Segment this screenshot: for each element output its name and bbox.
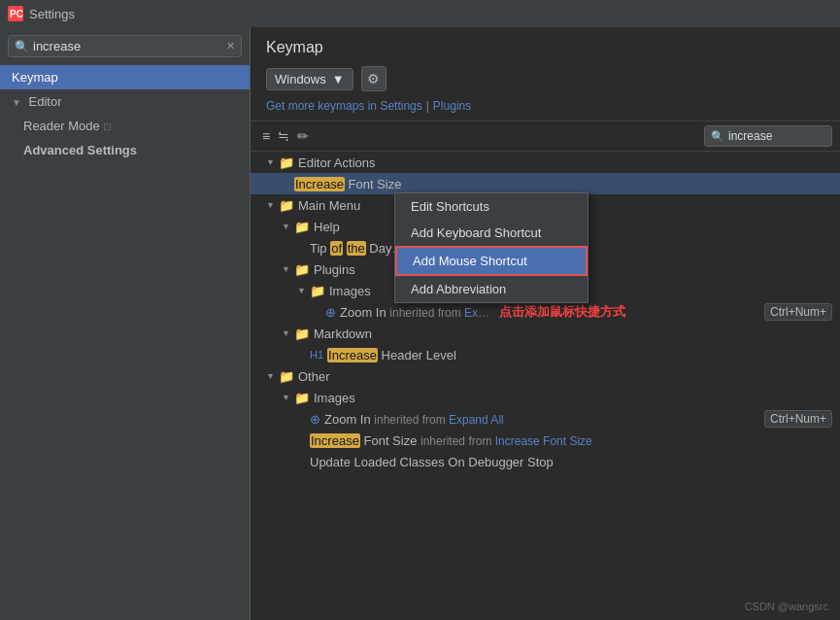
folder-icon-images2: 📁 bbox=[294, 391, 310, 405]
folder-icon-help: 📁 bbox=[294, 220, 310, 234]
window-title: Settings bbox=[29, 7, 75, 21]
tree-arrow-images1: ▼ bbox=[297, 286, 307, 295]
tree-row-update-loaded[interactable]: Update Loaded Classes On Debugger Stop bbox=[251, 451, 840, 472]
h1-label: H1 bbox=[310, 349, 323, 361]
keymap-links-row: Get more keymaps in Settings | Plugins bbox=[266, 99, 824, 113]
chevron-down-icon: ▼ bbox=[12, 97, 21, 108]
folder-icon: 📁 bbox=[279, 155, 294, 170]
tree-label-zoom-in2: Zoom In inherited from Expand All bbox=[324, 412, 504, 427]
keymap-value: Windows bbox=[275, 72, 326, 86]
sidebar-item-reader-mode-label: Reader Mode bbox=[23, 119, 100, 133]
edit-icon-btn[interactable]: ✏ bbox=[293, 126, 313, 146]
tree-label-zoom-in1: Zoom In inherited from Ex… bbox=[340, 305, 489, 320]
sidebar-item-advanced-settings[interactable]: Advanced Settings bbox=[0, 138, 250, 162]
tree-row-h1-increase[interactable]: H1 Increase Header Level bbox=[251, 344, 840, 365]
tree-search-input[interactable] bbox=[728, 129, 825, 143]
tree-row-markdown[interactable]: ▼ 📁 Markdown bbox=[251, 323, 840, 344]
tree-arrow-plugins: ▼ bbox=[282, 264, 291, 274]
dropdown-arrow-icon: ▼ bbox=[332, 72, 345, 86]
tree-arrow-editor-actions: ▼ bbox=[266, 157, 276, 167]
tree-label-update-loaded: Update Loaded Classes On Debugger Stop bbox=[310, 455, 554, 469]
tree-label-plugins: Plugins bbox=[314, 262, 355, 277]
filter-icon-btn[interactable]: ≡ bbox=[258, 126, 274, 146]
tree-label-markdown: Markdown bbox=[314, 327, 372, 341]
zoom-in1-prefix-icon: ⊕ bbox=[325, 305, 336, 320]
tree-arrow-markdown: ▼ bbox=[282, 328, 291, 338]
zoom-in2-prefix-icon: ⊕ bbox=[310, 412, 320, 427]
content-header: Keymap Windows ▼ ⚙ Get more keymaps in S… bbox=[251, 27, 840, 121]
keymap-toolbar: Windows ▼ ⚙ bbox=[266, 66, 824, 91]
svg-text:PC: PC bbox=[10, 9, 23, 19]
page-title: Keymap bbox=[266, 39, 824, 56]
context-menu-item-add-keyboard-shortcut[interactable]: Add Keyboard Shortcut bbox=[395, 220, 588, 246]
folder-icon-images1: 📁 bbox=[310, 284, 325, 298]
tree-row-zoom-in1[interactable]: ⊕ Zoom In inherited from Ex… 点击添加鼠标快捷方式 … bbox=[251, 301, 840, 323]
gear-button[interactable]: ⚙ bbox=[361, 66, 386, 91]
tree-label-other: Other bbox=[298, 369, 330, 384]
content-area: Keymap Windows ▼ ⚙ Get more keymaps in S… bbox=[251, 27, 840, 620]
tree-label-tip-of-the: Tip of the Day… bbox=[310, 241, 404, 256]
folder-icon-main-menu: 📁 bbox=[279, 198, 294, 213]
get-more-keymaps-link[interactable]: Get more keymaps in Settings bbox=[266, 99, 422, 113]
tree-label-h1-increase: Increase Header Level bbox=[327, 348, 456, 362]
tree-row-zoom-in2[interactable]: ⊕ Zoom In inherited from Expand All Ctrl… bbox=[251, 408, 840, 430]
sidebar-search-input[interactable] bbox=[33, 39, 226, 53]
reader-mode-icon: ⊡ bbox=[103, 121, 112, 132]
tree-arrow-main-menu: ▼ bbox=[266, 200, 276, 210]
context-menu-item-edit-shortcuts[interactable]: Edit Shortcuts bbox=[395, 193, 588, 220]
tree-row-editor-actions[interactable]: ▼ 📁 Editor Actions bbox=[251, 152, 840, 173]
tree-row-increase-font-size[interactable]: Increase Font Size bbox=[251, 173, 840, 194]
annotation-label: 点击添加鼠标快捷方式 bbox=[499, 303, 625, 321]
tree-label-increase-font-size: Increase Font Size bbox=[294, 177, 401, 191]
search-icon: 🔍 bbox=[15, 40, 29, 53]
folder-icon-other: 📁 bbox=[279, 369, 294, 384]
tree-row-increase-font-size2[interactable]: Increase Font Size inherited from Increa… bbox=[251, 430, 840, 451]
folder-icon-plugins: 📁 bbox=[294, 262, 310, 277]
context-menu: Edit Shortcuts Add Keyboard Shortcut Add… bbox=[394, 192, 588, 303]
sidebar-item-keymap[interactable]: Keymap bbox=[0, 65, 250, 89]
clear-icon[interactable]: ✕ bbox=[226, 40, 235, 52]
shortcut-key-2: Ctrl+Num+ bbox=[764, 410, 832, 428]
sidebar-item-keymap-label: Keymap bbox=[12, 70, 58, 85]
sort-icon-btn[interactable]: ≒ bbox=[274, 126, 293, 146]
tree-label-help: Help bbox=[314, 220, 340, 234]
context-menu-item-add-abbreviation[interactable]: Add Abbreviation bbox=[395, 276, 588, 302]
tree-arrow-images2: ▼ bbox=[282, 393, 291, 402]
tree-search-box[interactable]: 🔍 bbox=[704, 125, 832, 147]
sidebar-item-editor-label: Editor bbox=[29, 94, 62, 109]
tree-label-increase-font-size2: Increase Font Size inherited from Increa… bbox=[310, 433, 592, 448]
sidebar-item-reader-mode[interactable]: Reader Mode ⊡ bbox=[0, 114, 250, 138]
tree-search-icon: 🔍 bbox=[711, 130, 724, 143]
keymap-dropdown[interactable]: Windows ▼ bbox=[266, 68, 353, 90]
context-menu-item-add-mouse-shortcut[interactable]: Add Mouse Shortcut bbox=[395, 246, 588, 276]
tree-arrow-help: ▼ bbox=[282, 222, 291, 231]
folder-icon-markdown: 📁 bbox=[294, 327, 310, 341]
title-bar: PC Settings bbox=[0, 0, 840, 27]
app-icon: PC bbox=[8, 6, 23, 21]
tree-arrow-other: ▼ bbox=[266, 371, 276, 381]
tree-label-images1: Images bbox=[329, 284, 371, 298]
plugins-link[interactable]: Plugins bbox=[433, 99, 471, 113]
tree-row-other[interactable]: ▼ 📁 Other bbox=[251, 365, 840, 387]
tree-label-images2: Images bbox=[314, 391, 355, 405]
tree-area[interactable]: ▼ 📁 Editor Actions Increase Font Size Ed… bbox=[251, 152, 840, 620]
tree-toolbar: ≡ ≒ ✏ 🔍 bbox=[251, 121, 840, 152]
sidebar-item-editor[interactable]: ▼ Editor bbox=[0, 89, 250, 114]
sidebar-item-advanced-settings-label: Advanced Settings bbox=[23, 143, 137, 157]
tree-label-editor-actions: Editor Actions bbox=[298, 155, 376, 170]
links-separator: | bbox=[426, 99, 429, 113]
watermark: CSDN @wangsrc bbox=[745, 601, 828, 612]
tree-row-images2[interactable]: ▼ 📁 Images bbox=[251, 387, 840, 408]
sidebar: 🔍 ✕ Keymap ▼ Editor Reader Mode ⊡ Advanc… bbox=[0, 27, 251, 620]
sidebar-search-box[interactable]: 🔍 ✕ bbox=[8, 35, 242, 57]
shortcut-key-1: Ctrl+Num+ bbox=[764, 303, 832, 321]
tree-label-main-menu: Main Menu bbox=[298, 198, 360, 213]
